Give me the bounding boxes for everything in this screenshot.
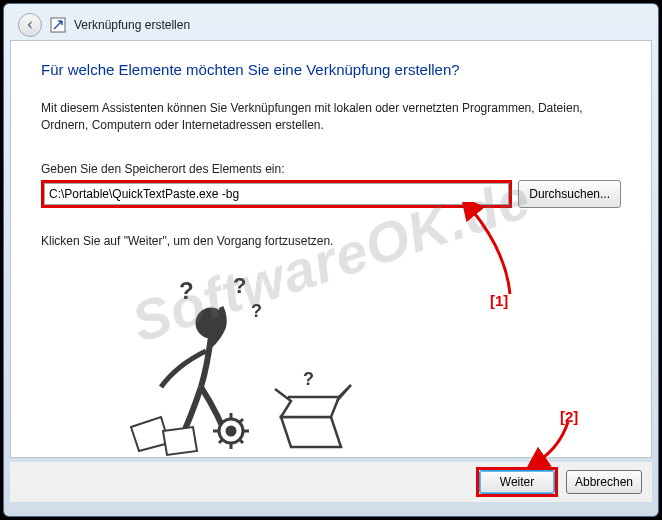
confused-figure-illustration: ? ? ? ? — [121, 277, 381, 457]
next-button[interactable]: Weiter — [479, 470, 555, 494]
content-panel: Für welche Elemente möchten Sie eine Ver… — [10, 40, 652, 458]
browse-button[interactable]: Durchsuchen... — [518, 180, 621, 208]
header-bar: Verknüpfung erstellen — [10, 10, 652, 40]
shortcut-icon — [50, 17, 66, 33]
svg-text:?: ? — [251, 301, 262, 321]
input-row: Durchsuchen... — [41, 180, 621, 208]
path-field-label: Geben Sie den Speicherort des Elements e… — [41, 162, 621, 176]
svg-text:?: ? — [303, 369, 314, 389]
path-input-highlight — [41, 180, 512, 208]
svg-text:?: ? — [233, 277, 246, 298]
cancel-button[interactable]: Abbrechen — [566, 470, 642, 494]
arrow-left-icon — [24, 19, 36, 31]
path-input[interactable] — [44, 183, 509, 205]
next-button-highlight: Weiter — [476, 467, 558, 497]
svg-point-5 — [219, 419, 243, 443]
svg-text:?: ? — [179, 277, 194, 304]
page-description: Mit diesem Assistenten können Sie Verknü… — [41, 100, 621, 134]
back-button[interactable] — [18, 13, 42, 37]
footer-bar: Weiter Abbrechen — [10, 462, 652, 502]
page-heading: Für welche Elemente möchten Sie eine Ver… — [41, 61, 621, 78]
window-title: Verknüpfung erstellen — [74, 18, 190, 32]
continue-instruction: Klicken Sie auf "Weiter", um den Vorgang… — [41, 234, 621, 248]
wizard-window: Verknüpfung erstellen Für welche Element… — [3, 3, 659, 517]
svg-point-6 — [227, 427, 235, 435]
svg-point-1 — [197, 309, 225, 337]
